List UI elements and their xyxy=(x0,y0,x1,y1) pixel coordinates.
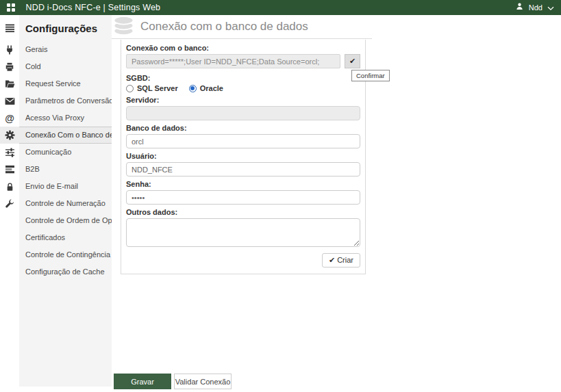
save-button[interactable]: Gravar xyxy=(114,374,171,389)
database-label: Banco de dados: xyxy=(126,124,360,132)
page-header: Conexão com o banco de dados xyxy=(112,15,372,39)
sidebar-item-controle-de-numeracao[interactable]: Controle de Numeração xyxy=(19,195,112,212)
confirm-button[interactable]: ✔ xyxy=(345,54,360,68)
envelope-icon[interactable] xyxy=(0,92,19,109)
sgbd-label: SGBD: xyxy=(126,74,360,82)
sliders-icon[interactable] xyxy=(0,144,19,161)
printer-icon[interactable] xyxy=(0,58,19,75)
chevron-down-icon xyxy=(547,1,554,14)
sgbd-radio-group: SQL Server Oracle xyxy=(126,84,360,92)
gear-icon[interactable] xyxy=(0,127,19,144)
sidebar-item-certificados[interactable]: Certificados xyxy=(19,229,112,246)
bottom-actions: Gravar Validar Conexão xyxy=(114,374,232,389)
sidebar-item-envio-de-email[interactable]: Envio de E-mail xyxy=(19,178,112,195)
create-row: ✔ Criar xyxy=(126,253,360,267)
person-icon xyxy=(515,1,524,14)
server-input[interactable] xyxy=(126,106,360,120)
password-label: Senha: xyxy=(126,180,360,188)
sidebar-item-gerais[interactable]: Gerais xyxy=(19,41,112,58)
user-label: Usuário: xyxy=(126,152,360,160)
user-menu[interactable]: Ndd xyxy=(515,1,554,14)
folder-open-icon[interactable] xyxy=(0,75,19,92)
radio-oracle-circle[interactable] xyxy=(189,85,197,92)
sidebar-item-parametros-de-conversao[interactable]: Parâmetros de Conversão xyxy=(19,92,112,109)
radio-oracle-label: Oracle xyxy=(200,84,223,92)
server-icon[interactable] xyxy=(0,161,19,178)
sidebar-item-request-service[interactable]: Request Service xyxy=(19,75,112,92)
wrench-icon[interactable] xyxy=(0,195,19,212)
radio-sql-server-label: SQL Server xyxy=(137,84,178,92)
sidebar-item-cold[interactable]: Cold xyxy=(19,58,112,75)
database-input[interactable] xyxy=(126,134,360,148)
topbar: NDD i-Docs NFC-e | Settings Web Ndd xyxy=(0,0,561,15)
grid-icon[interactable] xyxy=(7,3,15,12)
password-input[interactable] xyxy=(126,190,360,205)
plug-icon[interactable] xyxy=(0,41,19,58)
user-input[interactable] xyxy=(126,162,360,177)
confirm-tooltip: Confirmar xyxy=(351,70,390,81)
validate-connection-button[interactable]: Validar Conexão xyxy=(174,374,232,389)
server-label: Servidor: xyxy=(126,96,360,104)
radio-oracle[interactable]: Oracle xyxy=(189,84,223,92)
check-icon: ✔ xyxy=(329,256,335,264)
radio-sql-server[interactable]: SQL Server xyxy=(126,84,178,92)
page-title: Conexão com o banco de dados xyxy=(140,20,308,34)
user-name: Ndd xyxy=(529,3,543,12)
sidebar-title: Configurações xyxy=(19,15,112,41)
create-button-label: Criar xyxy=(337,256,353,264)
db-connection-panel: Conexão com o banco: ✔ Confirmar SGBD: S… xyxy=(121,40,366,274)
sidebar-icon-strip: @ xyxy=(0,15,19,387)
sidebar-item-controle-de-contingencia[interactable]: Controle de Contingência xyxy=(19,246,112,263)
sidebar-item-conexao-com-o-banco-de-dados[interactable]: Conexão Com o Banco de Dados xyxy=(19,127,112,144)
connection-string-label: Conexão com o banco: xyxy=(126,44,360,52)
sidebar: Configurações Gerais Cold Request Servic… xyxy=(19,15,112,387)
lock-icon[interactable] xyxy=(0,178,19,195)
sidebar-item-acesso-via-proxy[interactable]: Acesso Via Proxy xyxy=(19,109,112,127)
other-data-label: Outros dados: xyxy=(126,208,360,216)
app-title: NDD i-Docs NFC-e | Settings Web xyxy=(26,3,161,12)
sidebar-item-b2b[interactable]: B2B xyxy=(19,161,112,178)
menu-icon[interactable] xyxy=(0,15,19,41)
database-icon xyxy=(113,16,136,38)
sidebar-item-configuracao-de-cache[interactable]: Configuração de Cache xyxy=(19,263,112,280)
connection-string-row: ✔ Confirmar xyxy=(126,54,360,68)
other-data-textarea[interactable] xyxy=(126,218,360,247)
create-button[interactable]: ✔ Criar xyxy=(322,253,360,267)
sidebar-item-comunicacao[interactable]: Comunicação xyxy=(19,144,112,161)
connection-string-input[interactable] xyxy=(126,54,340,68)
radio-sql-server-circle[interactable] xyxy=(126,85,134,92)
at-sign-icon[interactable]: @ xyxy=(0,109,19,127)
sidebar-item-controle-de-ordem-de-operacao[interactable]: Controle de Ordem de Operação xyxy=(19,212,112,229)
